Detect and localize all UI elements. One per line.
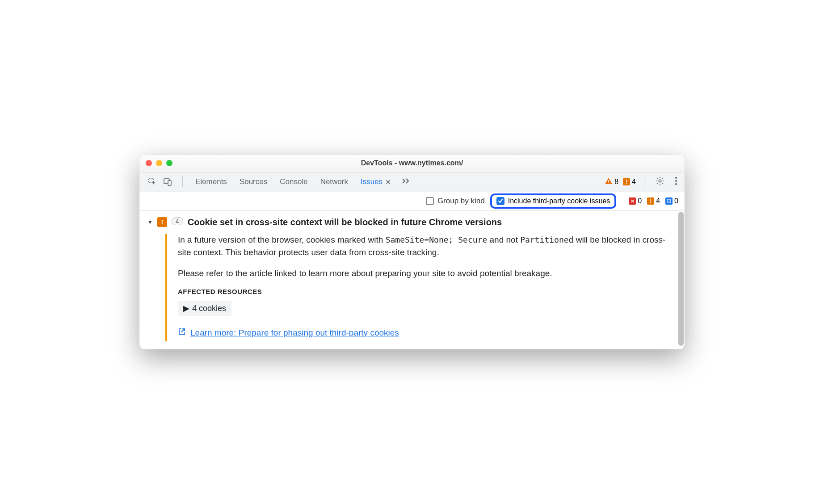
external-link-icon [178,328,186,338]
tab-strip: Elements Sources Console Network Issues … [189,172,602,192]
third-party-label: Include third-party cookie issues [508,197,610,205]
separator [644,176,644,187]
traffic-lights [146,160,172,166]
tab-console[interactable]: Console [273,172,314,192]
separator [182,176,183,187]
settings-gear-icon[interactable] [652,176,668,188]
window-title: DevTools - www.nytimes.com/ [139,159,685,167]
checkbox-checked-icon[interactable] [496,197,504,205]
error-square-icon: ! [623,178,630,185]
tab-network[interactable]: Network [314,172,354,192]
scrollbar[interactable] [678,212,684,349]
group-by-kind-label: Group by kind [437,197,485,206]
close-window-button[interactable] [146,160,152,166]
learn-more-link[interactable]: Learn more: Prepare for phasing out thir… [178,328,399,338]
svg-rect-3 [608,180,609,182]
titlebar: DevTools - www.nytimes.com/ [139,155,685,172]
issue-kind-counts: ✕ 0 ! 4 0 [629,197,678,205]
close-icon[interactable]: ✕ [385,178,391,186]
svg-rect-4 [608,182,609,183]
issues-filter-bar: Group by kind Include third-party cookie… [139,192,685,211]
breaking-change-icon: ! [157,217,167,227]
chevron-right-icon: ▶ [183,303,189,313]
devtools-window: DevTools - www.nytimes.com/ Elements Sou… [139,155,685,350]
tab-issues[interactable]: Issues ✕ [354,172,397,192]
chevron-down-icon[interactable]: ▼ [147,219,153,225]
svg-point-5 [659,180,661,183]
breaking-change-icon: ! [647,197,654,205]
affected-resources-header: AFFECTED RESOURCES [178,288,677,295]
checkbox-unchecked-icon[interactable] [426,197,434,205]
improvement-icon [665,197,673,205]
warnings-count: 8 [614,178,618,186]
tab-sources[interactable]: Sources [233,172,273,192]
improvements-count[interactable]: 0 [665,197,678,205]
errors-count: 4 [632,178,636,186]
device-toolbar-icon[interactable] [163,177,172,187]
affected-cookies-toggle[interactable]: ▶ 4 cookies [178,301,231,316]
tab-overflow-icon[interactable] [397,178,415,186]
fullscreen-window-button[interactable] [166,160,172,166]
group-by-kind-toggle[interactable]: Group by kind [426,197,485,206]
more-menu-icon[interactable] [672,176,680,187]
issue-header-row[interactable]: ▼ ! 4 Cookie set in cross-site context w… [147,217,677,227]
inspect-element-icon[interactable] [147,177,157,187]
page-errors-count[interactable]: ✕ 0 [629,197,642,205]
svg-point-8 [675,183,677,185]
svg-rect-2 [168,181,171,185]
errors-badge[interactable]: ! 4 [623,178,636,186]
tab-elements[interactable]: Elements [189,172,233,192]
issue-description-2: Please refer to the article linked to le… [178,267,677,280]
minimize-window-button[interactable] [156,160,162,166]
breaking-changes-count[interactable]: ! 4 [647,197,660,205]
issue-description-1: In a future version of the browser, cook… [178,234,677,259]
svg-point-7 [675,180,677,182]
learn-more-text: Learn more: Prepare for phasing out thir… [190,328,399,338]
warnings-badge[interactable]: 8 [605,177,618,187]
warning-triangle-icon [605,177,613,187]
issue-occurrence-count: 4 [172,217,183,225]
svg-point-6 [675,177,677,179]
page-error-icon: ✕ [629,197,636,205]
issue-detail: In a future version of the browser, cook… [165,234,677,342]
issues-panel-body: ▼ ! 4 Cookie set in cross-site context w… [139,211,685,350]
issue-title: Cookie set in cross-site context will be… [188,217,502,227]
main-toolbar: Elements Sources Console Network Issues … [139,172,685,192]
third-party-toggle-highlight: Include third-party cookie issues [490,193,617,209]
scrollbar-thumb[interactable] [678,212,684,346]
affected-item-label: 4 cookies [192,304,226,313]
